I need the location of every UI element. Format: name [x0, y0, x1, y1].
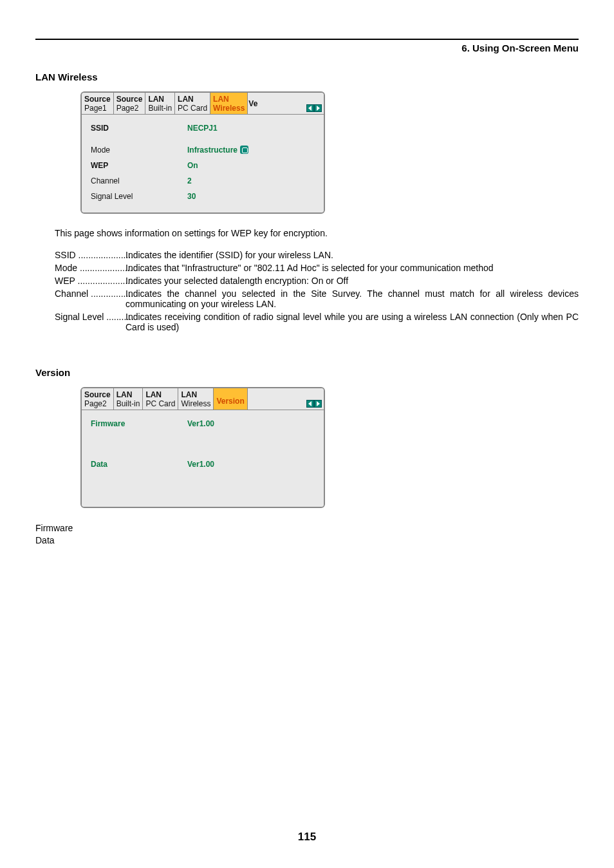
row-label-signal: Signal Level — [91, 192, 187, 201]
def-ssid: SSID ...................... Indicates th… — [55, 250, 579, 260]
tab-v-lan-pccard[interactable]: LAN PC Card — [143, 388, 178, 410]
line-firmware: Firmware — [35, 522, 579, 534]
tab-v-version[interactable]: Version — [214, 388, 247, 410]
row-label-channel: Channel — [91, 176, 187, 185]
tab-lan-builtin[interactable]: LAN Built-in — [145, 93, 175, 114]
scroll-left-icon[interactable] — [306, 104, 314, 112]
row-value-mode: Infrastructure — [187, 146, 315, 155]
chapter-title: 6. Using On-Screen Menu — [35, 42, 579, 53]
row-value-firmware: Ver1.00 — [187, 419, 315, 455]
svg-marker-2 — [308, 401, 312, 406]
section-heading-version: Version — [35, 367, 579, 378]
tab-v-lan-builtin[interactable]: LAN Built-in — [114, 388, 144, 410]
def-channel: Channel ................. Indicates the … — [55, 288, 579, 309]
row-label-ssid: SSID — [91, 124, 187, 133]
svg-marker-1 — [317, 106, 320, 111]
section-heading-lan-wireless: LAN Wireless — [35, 71, 579, 82]
top-rule — [35, 39, 579, 40]
page-number: 115 — [0, 831, 614, 844]
svg-marker-0 — [308, 106, 312, 111]
scroll-left-icon[interactable] — [306, 400, 314, 408]
scroll-right-icon[interactable] — [314, 104, 322, 112]
row-label-mode: Mode — [91, 146, 187, 155]
tab-scroll — [306, 93, 324, 114]
osd-body-version: Firmware Ver1.00 Data Ver1.00 — [82, 410, 324, 507]
tab-lan-wireless[interactable]: LAN Wireless — [210, 93, 248, 114]
scroll-right-icon[interactable] — [314, 400, 322, 408]
def-mode: Mode ..................... Indicates tha… — [55, 263, 579, 273]
tab-source-page1[interactable]: Source Page1 — [82, 93, 114, 114]
intro-paragraph: This page shows information on settings … — [55, 228, 579, 238]
def-signal: Signal Level ........... Indicates recei… — [55, 312, 579, 332]
def-wep: WEP ...................... Indicates you… — [55, 276, 579, 286]
tab-v-source-page2[interactable]: Source Page2 — [82, 388, 114, 410]
osd-tabs-version: Source Page2 LAN Built-in LAN PC Card LA… — [82, 388, 324, 410]
row-value-wep: On — [187, 161, 315, 170]
infrastructure-icon — [240, 146, 248, 154]
line-data: Data — [35, 534, 579, 547]
row-value-ssid: NECPJ1 — [187, 124, 315, 133]
row-value-channel: 2 — [187, 176, 315, 185]
osd-tabs-lan-wireless: Source Page1 Source Page2 LAN Built-in L… — [82, 93, 324, 115]
osd-panel-lan-wireless: Source Page1 Source Page2 LAN Built-in L… — [80, 91, 325, 214]
osd-panel-version: Source Page2 LAN Built-in LAN PC Card LA… — [80, 387, 325, 508]
svg-marker-3 — [317, 401, 320, 406]
below-lines: Firmware Data — [35, 522, 579, 547]
row-value-data: Ver1.00 — [187, 460, 315, 495]
row-label-data: Data — [91, 460, 187, 495]
tab-cutoff[interactable]: Ve — [248, 93, 259, 114]
row-label-wep: WEP — [91, 161, 187, 170]
row-value-signal: 30 — [187, 192, 315, 201]
osd-body-lan-wireless: SSID NECPJ1 Mode Infrastructure WEP On C… — [82, 115, 324, 212]
tab-scroll-v — [306, 388, 324, 410]
tab-source-page2[interactable]: Source Page2 — [114, 93, 146, 114]
tab-lan-pccard[interactable]: LAN PC Card — [175, 93, 210, 114]
row-label-firmware: Firmware — [91, 419, 187, 455]
definition-list: SSID ...................... Indicates th… — [55, 250, 579, 332]
tab-v-lan-wireless[interactable]: LAN Wireless — [178, 388, 214, 410]
